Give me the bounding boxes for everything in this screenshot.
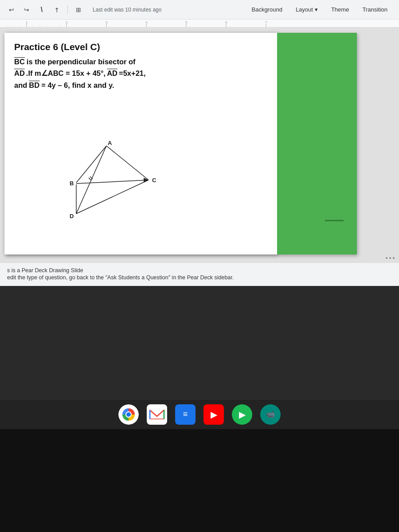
- transition-button[interactable]: Transition: [356, 4, 394, 16]
- bottom-info-line1: s is a Pear Deck Drawing Slide: [7, 267, 392, 274]
- dot-2: [389, 257, 391, 259]
- svg-line-25: [76, 180, 149, 184]
- insert-button[interactable]: ⊞: [72, 4, 85, 16]
- last-edit-label: Last edit was 10 minutes ago: [93, 7, 161, 13]
- bd-overline: BD: [29, 79, 39, 91]
- meet-icon-symbol: 📹: [266, 410, 275, 419]
- youtube-icon[interactable]: ▶: [203, 404, 224, 425]
- bc-overline: BC: [14, 56, 25, 67]
- nav-buttons: Background Layout ▾ Theme Transition: [245, 4, 394, 16]
- play-music-icon[interactable]: ▶: [232, 404, 252, 425]
- background-label: Background: [251, 6, 282, 13]
- arrow-tool-icon: ↗: [52, 5, 61, 14]
- svg-line-22: [76, 146, 106, 183]
- svg-text:3: 3: [106, 20, 108, 24]
- redo-button[interactable]: ↪: [20, 4, 33, 16]
- and-text: and: [14, 79, 27, 91]
- transition-label: Transition: [362, 6, 387, 13]
- redo-icon: ↪: [24, 6, 29, 13]
- svg-text:1: 1: [26, 20, 28, 24]
- svg-text:4: 4: [145, 20, 148, 24]
- svg-line-29: [89, 178, 91, 180]
- label-d: D: [70, 213, 74, 219]
- bottom-info: s is a Pear Deck Drawing Slide edit the …: [0, 262, 399, 286]
- gmail-icon[interactable]: [147, 404, 167, 425]
- taskbar-bottom: [0, 429, 399, 532]
- layout-button[interactable]: Layout ▾: [289, 4, 324, 16]
- editor-area: Practice 6 (Level C) BC is the perpendic…: [0, 27, 399, 262]
- line2-ifm: .If m∠ABC = 15x + 45°,: [26, 67, 106, 79]
- svg-line-28: [76, 180, 149, 214]
- slide-content: Practice 6 (Level C) BC is the perpendic…: [4, 33, 277, 91]
- slide-line1: BC is the perpendicular bisector of: [14, 56, 267, 67]
- slide-wrapper: Practice 6 (Level C) BC is the perpendic…: [4, 33, 357, 254]
- play-icon-symbol: ▶: [239, 409, 246, 420]
- meet-icon[interactable]: 📹: [260, 404, 281, 425]
- slide-line3: and BD = 4y – 6, find x and y.: [14, 79, 267, 91]
- svg-text:7: 7: [265, 20, 267, 24]
- theme-label: Theme: [331, 6, 349, 13]
- slide-white[interactable]: Practice 6 (Level C) BC is the perpendic…: [4, 33, 277, 254]
- svg-text:2: 2: [66, 20, 68, 24]
- theme-button[interactable]: Theme: [325, 4, 355, 16]
- taskbar: ≡ ▶ ▶ 📹: [0, 399, 399, 532]
- chrome-icon[interactable]: [118, 404, 139, 425]
- ruler-svg: 1 2 3 4 5 6 7: [0, 20, 399, 27]
- label-c: C: [152, 177, 156, 184]
- svg-text:5: 5: [185, 20, 188, 24]
- undo-icon: ↩: [9, 6, 14, 13]
- dot-1: [386, 257, 387, 259]
- line2-eq: =5x+21,: [119, 67, 146, 79]
- background-button[interactable]: Background: [245, 4, 288, 16]
- three-dots: [386, 257, 395, 259]
- slash-tool-icon: \: [41, 6, 43, 14]
- label-a: A: [108, 140, 112, 146]
- undo-button[interactable]: ↩: [5, 4, 18, 16]
- geometry-svg: A B C D: [49, 139, 191, 228]
- docs-icon[interactable]: ≡: [175, 404, 196, 425]
- bottom-info-line2-text: edit the type of question, go back to th…: [7, 274, 234, 281]
- toolbar-left-icons: ↩ ↪ \ ↗ ⊞: [5, 4, 85, 16]
- youtube-icon-symbol: ▶: [211, 409, 217, 420]
- insert-icon: ⊞: [76, 6, 81, 13]
- layout-dropdown-icon: ▾: [315, 6, 318, 13]
- line1-rest: is the perpendicular bisector of: [27, 56, 136, 67]
- bottom-info-line2: edit the type of question, go back to th…: [7, 274, 392, 281]
- geometry-figure-container: A B C D: [49, 139, 191, 228]
- svg-line-24: [76, 146, 106, 214]
- label-b: B: [70, 180, 74, 187]
- svg-text:6: 6: [225, 20, 227, 24]
- slide-line2: AD .If m∠ABC = 15x + 45°, AD =5x+21,: [14, 67, 267, 79]
- line3-rest: = 4y – 6, find x and y.: [41, 79, 114, 91]
- svg-point-33: [126, 412, 131, 417]
- toolbar-divider-1: [67, 5, 68, 14]
- green-panel: [277, 33, 357, 254]
- ad-overline-2: AD: [107, 67, 117, 79]
- dot-3: [393, 257, 395, 259]
- svg-line-27: [106, 146, 149, 180]
- slash-tool-button[interactable]: \: [35, 4, 48, 16]
- taskbar-dock: ≡ ▶ ▶ 📹: [0, 399, 399, 429]
- layout-label: Layout: [296, 6, 313, 13]
- toolbar: ↩ ↪ \ ↗ ⊞ Last edit was 10 minutes ago B…: [0, 0, 399, 20]
- ad-overline: AD: [14, 67, 25, 79]
- docs-icon-symbol: ≡: [183, 410, 188, 419]
- arrow-tool-button[interactable]: ↗: [48, 1, 66, 19]
- slide-title: Practice 6 (Level C): [14, 42, 267, 52]
- green-panel-dash: [325, 220, 344, 221]
- ruler: 1 2 3 4 5 6 7: [0, 20, 399, 27]
- bottom-info-line1-text: s is a Pear Deck Drawing Slide: [7, 267, 83, 274]
